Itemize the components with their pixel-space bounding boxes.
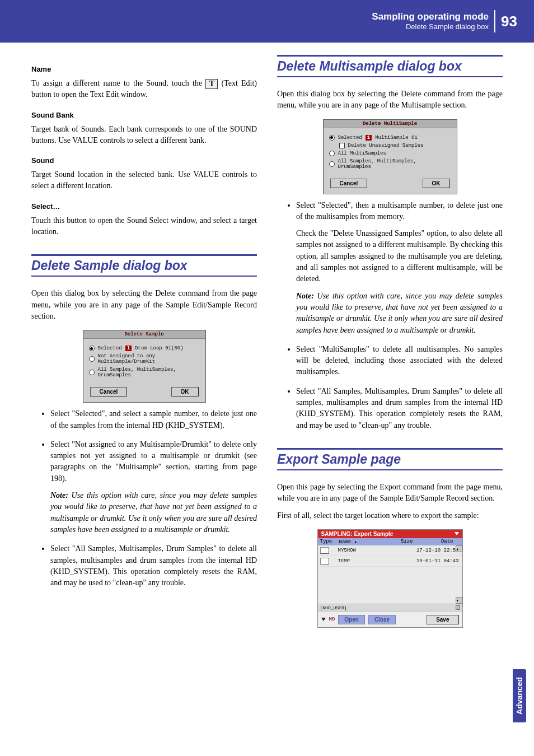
bullet-paragraph: Check the "Delete Unassigned Samples" op… bbox=[296, 228, 503, 284]
delete-multisample-intro: Open this dialog box by selecting the De… bbox=[277, 88, 503, 111]
export-file-list[interactable]: ▴ MYSHOW 17-12-10 22:55 TEMP 19-01-11 04… bbox=[318, 545, 462, 604]
note-text: Use this option with care, since you may… bbox=[50, 491, 257, 534]
radio-icon bbox=[329, 161, 335, 167]
radio-all-samples[interactable]: All Samples, MultiSamples, DrumSamples bbox=[329, 158, 451, 170]
soundbank-text: Target bank of Sounds. Each bank corresp… bbox=[31, 124, 257, 147]
dialog-title: Delete Sample bbox=[83, 330, 205, 339]
delete-sample-bullets: Select "Selected", and select a sample n… bbox=[31, 408, 257, 589]
ok-button[interactable]: OK bbox=[171, 387, 199, 396]
bullet-text: Select "All Samples, Multisamples, Drum … bbox=[296, 387, 503, 430]
export-sample-window: SAMPLING: Export Sample Type Name ▴ Size… bbox=[317, 529, 463, 628]
note-text: Use this option with care, since you may… bbox=[296, 292, 503, 334]
cancel-button[interactable]: Cancel bbox=[90, 387, 128, 396]
cancel-button[interactable]: Cancel bbox=[330, 179, 368, 188]
bullet-note: Note: Use this option with care, since y… bbox=[296, 292, 503, 334]
sound-heading: Sound bbox=[31, 156, 257, 165]
col-date: Date bbox=[413, 539, 460, 545]
name-text-a: To assign a different name to the Sound,… bbox=[31, 79, 205, 87]
menu-icon[interactable] bbox=[455, 532, 459, 535]
delete-sample-dialog: Delete Sample Selected 1 Drum Loop 01(80… bbox=[83, 330, 206, 403]
export-column-headers[interactable]: Type Name ▴ Size Date bbox=[318, 538, 462, 545]
checkbox-label: Delete Unassigned Samples bbox=[348, 143, 424, 148]
bullet-item: Select "MultiSamples" to delete all mult… bbox=[296, 344, 503, 378]
name-heading: Name bbox=[31, 65, 257, 73]
folder-icon bbox=[320, 547, 329, 554]
note-label: Note: bbox=[296, 292, 314, 300]
radio-all-multisamples-label: All MultiSamples bbox=[338, 151, 386, 156]
soundbank-heading: Sound Bank bbox=[31, 111, 257, 119]
device-label[interactable]: HD bbox=[329, 617, 335, 622]
select-text: Touch this button to open the Sound Sele… bbox=[31, 215, 257, 238]
file-name: MYSHOW bbox=[338, 548, 413, 553]
scroll-down-icon[interactable]: ▾ bbox=[456, 597, 462, 604]
radio-selected[interactable]: Selected 1 Drum Loop 01(80) bbox=[89, 346, 200, 351]
list-item[interactable]: TEMP 19-01-11 04:43 bbox=[318, 556, 462, 567]
checkbox-delete-unassigned[interactable]: Delete Unassigned Samples bbox=[329, 143, 451, 148]
right-column: Delete Multisample dialog box Open this … bbox=[277, 55, 503, 628]
col-type: Type bbox=[320, 539, 339, 545]
export-path-bar: [KHD_USER] bbox=[318, 604, 462, 612]
bullet-text: Select "All Samples, Multisamples, Drum … bbox=[50, 544, 257, 587]
sound-text: Target Sound location in the selected ba… bbox=[31, 169, 257, 192]
export-title-text: SAMPLING: Export Sample bbox=[321, 531, 394, 537]
save-button[interactable]: Save bbox=[427, 615, 458, 624]
scroll-up-icon[interactable]: ▴ bbox=[456, 545, 462, 552]
header-title: Sampling operating mode bbox=[372, 11, 489, 22]
radio-icon bbox=[329, 135, 335, 141]
radio-not-assigned[interactable]: Not assigned to any MultiSample/DrumKit bbox=[89, 353, 200, 365]
delete-multisample-section-title: Delete Multisample dialog box bbox=[277, 55, 503, 77]
page-body: Name To assign a different name to the S… bbox=[0, 43, 534, 628]
open-button[interactable]: Open bbox=[338, 615, 365, 624]
export-footer: HD Open Close Save bbox=[318, 612, 462, 627]
bullet-text: Select "Not assigned to any Multisample/… bbox=[50, 440, 257, 483]
bullet-item: Select "Selected", and select a sample n… bbox=[50, 408, 257, 431]
selected-num[interactable]: 1 bbox=[125, 346, 132, 351]
selected-num[interactable]: 1 bbox=[366, 135, 372, 141]
delete-sample-section-title: Delete Sample dialog box bbox=[31, 254, 257, 277]
bullet-text: Select "MultiSamples" to delete all mult… bbox=[296, 345, 503, 376]
note-label: Note: bbox=[50, 491, 68, 500]
radio-all-samples-label: All Samples, MultiSamples, DrumSamples bbox=[98, 367, 200, 378]
page-number: 93 bbox=[501, 13, 517, 30]
device-dropdown-icon[interactable] bbox=[321, 618, 326, 621]
left-column: Name To assign a different name to the S… bbox=[31, 55, 257, 628]
side-tab-advanced: Advanced bbox=[513, 669, 526, 722]
list-item[interactable]: MYSHOW 17-12-10 22:55 bbox=[318, 545, 462, 556]
delete-multisample-dialog: Delete MultiSample Selected 1 MultiSampl… bbox=[323, 119, 457, 194]
radio-icon bbox=[89, 346, 95, 351]
file-name: TEMP bbox=[338, 558, 413, 564]
delete-multisample-bullets: Select "Selected", then a multisample nu… bbox=[277, 200, 503, 431]
bullet-note: Note: Use this option with care, since y… bbox=[50, 491, 257, 534]
bullet-item: Select "Not assigned to any Multisample/… bbox=[50, 439, 257, 535]
col-name: Name ▴ bbox=[339, 539, 391, 545]
radio-icon bbox=[329, 151, 335, 156]
export-sample-line2: First of all, select the target location… bbox=[277, 510, 503, 521]
header-divider bbox=[494, 10, 495, 32]
radio-selected-label: Selected bbox=[338, 135, 362, 141]
file-date: 17-12-10 22:55 bbox=[413, 548, 460, 553]
bullet-text: Select "Selected", and select a sample n… bbox=[50, 409, 257, 429]
delete-sample-intro: Open this dialog box by selecting the De… bbox=[31, 288, 257, 322]
export-window-title: SAMPLING: Export Sample bbox=[318, 530, 462, 538]
bullet-item: Select "Selected", then a multisample nu… bbox=[296, 200, 503, 336]
checkbox-icon bbox=[339, 143, 345, 148]
ok-button[interactable]: OK bbox=[423, 179, 450, 188]
radio-all-multisamples[interactable]: All MultiSamples bbox=[329, 151, 451, 156]
folder-icon bbox=[320, 558, 329, 564]
bullet-item: Select "All Samples, Multisamples, Drum … bbox=[50, 543, 257, 589]
file-date: 19-01-11 04:43 bbox=[413, 558, 460, 564]
export-sample-intro: Open this page by selecting the Export c… bbox=[277, 482, 503, 505]
dialog-title: Delete MultiSample bbox=[324, 120, 457, 128]
resize-grip-icon[interactable] bbox=[456, 605, 460, 610]
selected-multisample-name: MultiSample 01 bbox=[375, 135, 418, 141]
name-text: To assign a different name to the Sound,… bbox=[31, 78, 257, 101]
radio-icon bbox=[89, 370, 95, 375]
selected-sample-name: Drum Loop 01(80) bbox=[135, 346, 183, 351]
radio-selected[interactable]: Selected 1 MultiSample 01 bbox=[329, 135, 451, 141]
col-size: Size bbox=[391, 539, 413, 545]
bullet-item: Select "All Samples, Multisamples, Drum … bbox=[296, 386, 503, 431]
path-label: [KHD_USER] bbox=[320, 605, 347, 610]
radio-all-samples-label: All Samples, MultiSamples, DrumSamples bbox=[338, 158, 451, 170]
radio-all-samples[interactable]: All Samples, MultiSamples, DrumSamples bbox=[89, 367, 200, 378]
close-button[interactable]: Close bbox=[368, 615, 396, 624]
